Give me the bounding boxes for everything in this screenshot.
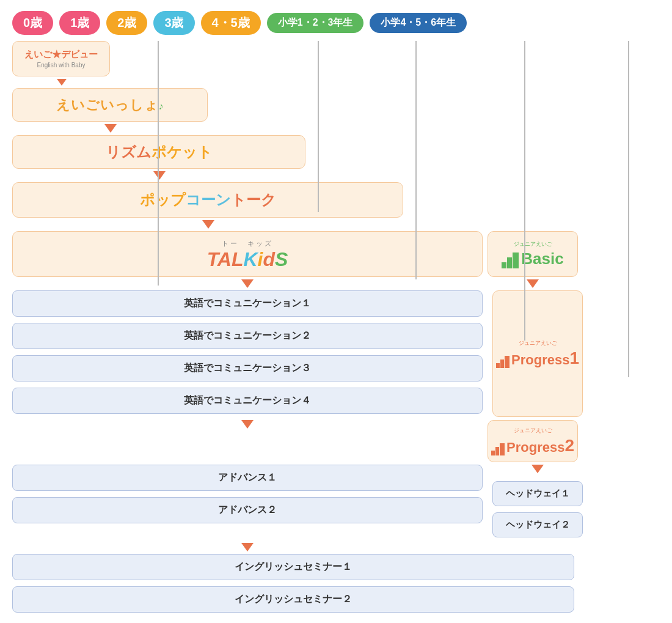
age-badge-456: 小学4・5・6年生 xyxy=(370,13,467,33)
basic-steps-icon xyxy=(502,251,519,268)
progress2-top-label: ジュニアえいご xyxy=(514,427,552,435)
age123-line xyxy=(524,41,525,341)
basic-top-label: ジュニアえいご xyxy=(514,240,552,248)
popcorn-box: ポップコーントーク xyxy=(12,182,403,218)
seminar2-box: イングリッシュセミナー２ xyxy=(12,586,574,613)
debut-arrow xyxy=(58,79,65,86)
headway2-box: ヘッドウェイ２ xyxy=(492,512,583,537)
eigo-issho-box: えいごいっしょ♪ xyxy=(12,88,208,122)
progress2-box: ジュニアえいご Progress 2 xyxy=(488,420,578,462)
comm4-arrow-container xyxy=(12,420,483,429)
advance-down-arrow xyxy=(241,543,254,551)
svg-rect-6 xyxy=(491,451,495,455)
age456-line xyxy=(628,41,629,377)
age3-line xyxy=(318,41,319,212)
basic-arrow-container xyxy=(488,279,578,288)
popcorn-arrow xyxy=(205,220,212,229)
talkids-down-arrow xyxy=(241,279,254,288)
eigo-debut-title: えいご★デビュー xyxy=(24,49,98,61)
svg-rect-3 xyxy=(496,363,500,368)
svg-rect-0 xyxy=(502,262,506,268)
age45-line xyxy=(415,41,417,279)
talkids-top: トー キッズ xyxy=(207,239,288,248)
svg-rect-8 xyxy=(500,443,505,455)
seminar1-box: イングリッシュセミナー１ xyxy=(12,554,574,580)
comm3-box: 英語でコミュニケーション３ xyxy=(12,355,483,382)
progress1-label: Progress xyxy=(511,352,569,368)
comm1-box: 英語でコミュニケーション１ xyxy=(12,290,483,317)
progress2-section: ジュニアえいご Progress 2 xyxy=(488,420,578,462)
svg-rect-1 xyxy=(507,257,512,268)
age1-line xyxy=(158,41,159,286)
talkids-logo: TALKidS xyxy=(207,249,288,269)
comm4-box: 英語でコミュニケーション４ xyxy=(12,388,483,414)
age-badge-1: 1歳 xyxy=(59,11,100,35)
progress1-steps-icon xyxy=(496,355,509,368)
eigo-issho-title: えいごいっしょ♪ xyxy=(56,96,164,114)
issho-arrow xyxy=(107,124,114,133)
talkids-box: トー キッズ TALKidS xyxy=(12,231,483,277)
rhythm-title: リズムポケット xyxy=(106,142,213,162)
advance1-box: アドバンス１ xyxy=(12,465,483,491)
progress2-label: Progress xyxy=(506,440,564,455)
comm2-box: 英語でコミュニケーション２ xyxy=(12,323,483,349)
progress2-num: 2 xyxy=(564,436,574,455)
comm4-down-arrow xyxy=(241,420,254,429)
age-badge-0: 0歳 xyxy=(12,11,53,35)
talkids-arrow-container xyxy=(12,279,483,288)
progress2-steps-icon xyxy=(491,442,505,455)
svg-rect-7 xyxy=(495,447,499,455)
age-badge-3: 3歳 xyxy=(153,11,194,35)
advance-arrow-container xyxy=(12,543,483,551)
svg-rect-5 xyxy=(505,356,509,368)
advance2-box: アドバンス２ xyxy=(12,497,483,523)
eigo-debut-sub: English with Baby xyxy=(37,62,86,68)
progress2-arrow-container xyxy=(492,465,583,478)
popcorn-title: ポップコーントーク xyxy=(140,190,276,210)
age-badge-45: 4・5歳 xyxy=(201,11,261,35)
course-diagram: えいご★デビュー English with Baby えいごいっしょ♪ リズムポ… xyxy=(12,41,660,616)
basic-label: Basic xyxy=(521,249,563,268)
eigo-debut-box: えいご★デビュー English with Baby xyxy=(12,41,110,76)
age-badges-row: 0歳 1歳 2歳 3歳 4・5歳 小学1・2・3年生 小学4・5・6年生 xyxy=(0,0,672,41)
progress1-box: ジュニアえいご Progress 1 xyxy=(492,290,583,417)
headway1-box: ヘッドウェイ１ xyxy=(492,481,583,506)
basic-down-arrow xyxy=(527,279,539,288)
rhythm-arrow xyxy=(156,171,163,180)
svg-rect-2 xyxy=(513,253,519,268)
svg-rect-4 xyxy=(500,359,504,368)
age-badge-123: 小学1・2・3年生 xyxy=(267,13,364,33)
age-badge-2: 2歳 xyxy=(106,11,147,35)
basic-box: ジュニアえいご Basic xyxy=(488,231,578,277)
rhythm-box: リズムポケット xyxy=(12,135,305,169)
progress1-num: 1 xyxy=(569,348,579,368)
progress2-down-arrow xyxy=(531,465,544,473)
